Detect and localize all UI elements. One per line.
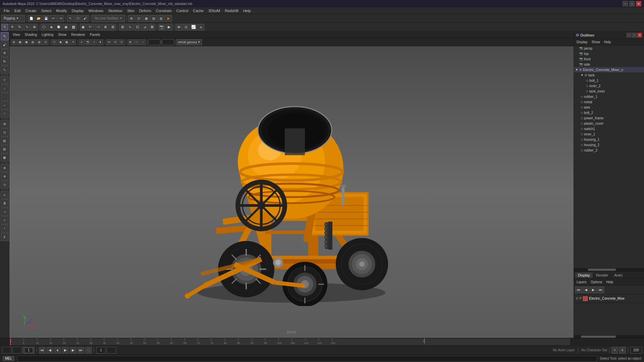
- vp-norm-btn[interactable]: ↑: [140, 39, 146, 45]
- show-hide-btn[interactable]: 👁: [175, 24, 182, 31]
- scale-tool-btn[interactable]: ⤡: [23, 24, 30, 31]
- new-scene-btn[interactable]: 📄: [28, 15, 35, 22]
- tree-item-bolt1[interactable]: ◇ bolt_1: [574, 78, 644, 83]
- snap-grid-btn[interactable]: ⊞: [119, 24, 126, 31]
- vp-gate-btn[interactable]: G: [112, 39, 118, 45]
- undo-btn[interactable]: ↩: [50, 15, 57, 22]
- char-set-add[interactable]: +: [611, 347, 618, 354]
- vp-menu-renderer[interactable]: Renderer: [69, 33, 87, 37]
- tb-btn3[interactable]: ▦: [143, 15, 150, 22]
- timeline-ruler[interactable]: 1 5 10 15 20 25 30 35 40: [0, 338, 644, 345]
- select-mode-btn[interactable]: ↖: [67, 15, 74, 22]
- vp-pivot-btn[interactable]: ⊕: [127, 39, 133, 45]
- tab-anim[interactable]: Anim: [611, 273, 625, 278]
- left-btn-12[interactable]: ⊹: [1, 216, 9, 224]
- live-surface-dropdown[interactable]: No Live Surface ▼: [92, 15, 125, 22]
- textured-btn[interactable]: ▩: [70, 24, 77, 31]
- tree-item-bolt2[interactable]: ◇ bolt_2: [574, 110, 644, 115]
- tree-item-wire[interactable]: ◇ wire: [574, 105, 644, 110]
- open-scene-btn[interactable]: 📂: [35, 15, 42, 22]
- shaded-btn[interactable]: ◉: [63, 24, 69, 31]
- menu-file[interactable]: File: [1, 8, 12, 13]
- face-mode[interactable]: □: [1, 110, 9, 118]
- left-btn-5[interactable]: ▦: [1, 154, 9, 162]
- menu-constrain[interactable]: Constrain: [154, 8, 174, 13]
- snap-surface-btn[interactable]: ⊿: [141, 24, 148, 31]
- menu-skin[interactable]: Skin: [125, 8, 137, 13]
- menu-display[interactable]: Display: [69, 8, 86, 13]
- tb-btn5[interactable]: ▥: [158, 15, 164, 22]
- left-btn-6[interactable]: ⊕: [1, 164, 9, 172]
- graph-editor-btn[interactable]: 📈: [190, 24, 197, 31]
- vp-hud-btn[interactable]: H: [106, 39, 112, 45]
- vertex-mode[interactable]: ·: [1, 93, 9, 101]
- vp-wire-btn[interactable]: ⬡: [51, 39, 57, 45]
- snap-view-btn[interactable]: ⊠: [149, 24, 155, 31]
- display-menu-layers[interactable]: Layers: [575, 280, 588, 284]
- tree-item-tank[interactable]: ▼ ⊞ tank: [574, 72, 644, 78]
- layer-color-swatch[interactable]: [583, 296, 588, 301]
- ik-handle-btn[interactable]: ⊢: [87, 24, 94, 31]
- vp-menu-view[interactable]: View: [11, 33, 22, 37]
- vp-cam-btn[interactable]: 📷: [85, 39, 91, 45]
- layer-step-fwd-btn[interactable]: ▶: [590, 287, 597, 293]
- vp-menu-shading[interactable]: Shading: [23, 33, 39, 37]
- joint-tool-btn[interactable]: ◉: [80, 24, 87, 31]
- vp-icon-1[interactable]: ⊞: [11, 39, 17, 45]
- object-mode[interactable]: ○: [1, 84, 9, 93]
- frame-start-input[interactable]: 1: [2, 347, 11, 354]
- component-mode[interactable]: ▽: [1, 76, 9, 84]
- menu-edit[interactable]: Edit: [12, 8, 23, 13]
- lasso-btn[interactable]: ⬡: [74, 15, 81, 22]
- vp-grid-btn[interactable]: #: [78, 39, 85, 45]
- tree-item-tankinner[interactable]: ◇ tank_inner: [574, 88, 644, 94]
- left-btn-7[interactable]: ⊗: [1, 172, 9, 180]
- vp-menu-lighting[interactable]: Lighting: [40, 33, 55, 37]
- menu-control[interactable]: Control: [174, 8, 191, 13]
- play-fwd-btn[interactable]: ▶: [62, 347, 69, 354]
- time-indicator[interactable]: [10, 338, 11, 345]
- play-back-btn[interactable]: ⏴: [54, 347, 61, 354]
- snap-curve-btn[interactable]: ∿: [126, 24, 133, 31]
- tab-render[interactable]: Render: [593, 273, 611, 278]
- tree-item-side[interactable]: 📷 side: [574, 62, 644, 67]
- soft-select-btn[interactable]: ⬡: [41, 24, 47, 31]
- rigging-dropdown[interactable]: Rigging ▼: [1, 15, 25, 22]
- vp-icon-5[interactable]: ▥: [36, 39, 42, 45]
- goto-start-btn[interactable]: ⏮: [39, 347, 46, 354]
- vp-res-btn[interactable]: +: [91, 39, 97, 45]
- left-btn-8[interactable]: ⊙: [1, 181, 9, 189]
- 3d-viewport[interactable]: persp x y z: [9, 46, 574, 338]
- ipr-render-btn[interactable]: ▶: [166, 24, 172, 31]
- left-btn-1[interactable]: ⊞: [1, 120, 9, 128]
- minimize-btn[interactable]: ─: [623, 1, 628, 6]
- xray-btn[interactable]: ◈: [48, 24, 55, 31]
- scale-tool-left[interactable]: ⤡: [1, 66, 9, 74]
- display-menu-help[interactable]: Help: [605, 280, 614, 284]
- tree-item-metal[interactable]: ◇ metal: [574, 99, 644, 105]
- range-start-input[interactable]: [96, 347, 106, 354]
- gamma-dropdown[interactable]: sRGB gamma ▼: [176, 39, 202, 45]
- outliner-hscrollbar[interactable]: [574, 268, 644, 271]
- dope-sheet-btn[interactable]: ≡: [198, 24, 204, 31]
- vp-icon-2[interactable]: ▦: [17, 39, 23, 45]
- tree-item-inner1[interactable]: ◇ inner_1: [574, 131, 644, 137]
- menu-windows[interactable]: Windows: [86, 8, 106, 13]
- render-btn[interactable]: 📷: [158, 24, 165, 31]
- select-tool[interactable]: ↖: [1, 32, 9, 40]
- tree-item-housing2[interactable]: ◇ housing_2: [574, 142, 644, 147]
- step-fwd-btn[interactable]: ▶: [70, 347, 76, 354]
- render-all-btn[interactable]: ▶: [165, 15, 172, 22]
- vp-menu-panels[interactable]: Panels: [88, 33, 102, 37]
- menu-create[interactable]: Create: [23, 8, 39, 13]
- paint-select-btn[interactable]: 🖌: [82, 15, 89, 22]
- vp-icon-3[interactable]: ▣: [23, 39, 30, 45]
- vp-shade-btn[interactable]: ◉: [57, 39, 63, 45]
- range-end-2[interactable]: [630, 347, 642, 354]
- tree-item-top[interactable]: 📷 top: [574, 51, 644, 56]
- outliner-menu-show[interactable]: Show: [590, 40, 601, 44]
- menu-redshift[interactable]: Redshift: [223, 8, 241, 13]
- save-scene-btn[interactable]: 💾: [43, 15, 49, 22]
- left-btn-9[interactable]: ≡: [1, 191, 9, 199]
- command-input[interactable]: [17, 356, 597, 362]
